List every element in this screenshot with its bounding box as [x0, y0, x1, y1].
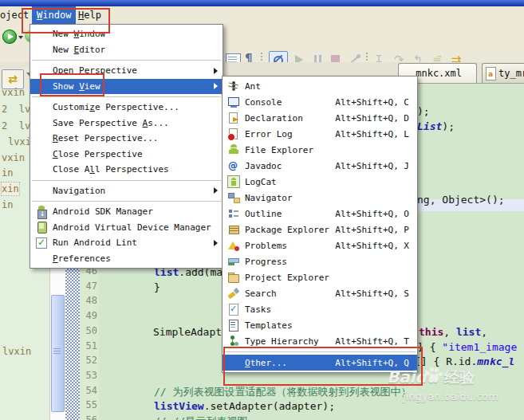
- code-segment: );: [417, 105, 430, 117]
- menu-item-run-android-lint[interactable]: Run Android Lint: [30, 235, 223, 251]
- menu-separator: [30, 178, 223, 183]
- outline-icon: [227, 207, 240, 220]
- menu-item-label: LogCat: [245, 177, 277, 187]
- menu-item-file-explorer[interactable]: File Explorer: [223, 142, 417, 158]
- menu-accelerator: Alt+Shift+Q, D: [335, 113, 409, 124]
- menu-item-outline[interactable]: OutlineAlt+Shift+Q, O: [223, 206, 417, 222]
- menu-item-android-sdk-manager[interactable]: Android SDK Manager: [30, 204, 223, 220]
- menu-item-reset-perspective[interactable]: Reset Perspective...: [30, 131, 223, 147]
- menu-item-type-hierarchy[interactable]: Type HierarchyAlt+Shift+Q, T: [223, 333, 417, 349]
- submenu-arrow-icon: [214, 240, 218, 246]
- menu-item-spacer: [35, 101, 48, 114]
- menu-item-templates[interactable]: Templates: [223, 317, 417, 333]
- menu-item-search[interactable]: SearchAlt+Shift+Q, S: [223, 285, 417, 301]
- menubar-item-help[interactable]: Help: [73, 6, 106, 24]
- tree-item[interactable]: lvxin: [2, 345, 31, 358]
- menu-item-spacer: [35, 132, 48, 145]
- eclipse-ide-window: oject Window Help ¶ ↧ ↷ ↰ ≡⃗ ⇉ _mnkc.xml…: [0, 0, 524, 420]
- menu-item-logcat[interactable]: LogCat: [223, 174, 417, 190]
- menu-item-new-window[interactable]: New Window: [30, 26, 223, 42]
- menu-item-label: Declaration: [245, 113, 303, 124]
- menu-item-console[interactable]: ConsoleAlt+Shift+Q, C: [223, 94, 417, 110]
- line-number: 52: [80, 355, 97, 366]
- menu-item-preferences[interactable]: Preferences: [30, 251, 223, 267]
- menu-accelerator: Alt+Shift+Q, P: [335, 225, 409, 235]
- code-segment: // //显示列表视图: [154, 415, 247, 420]
- tab-label: ty_mr: [498, 68, 524, 79]
- menu-item-tasks[interactable]: Tasks: [223, 301, 417, 317]
- line-number: 51: [80, 340, 97, 351]
- menubar-item-window[interactable]: Window: [32, 6, 76, 24]
- menu-item-navigation[interactable]: Navigation: [30, 183, 223, 199]
- code-segment: SimpleAdapt: [153, 326, 222, 338]
- menu-item-spacer: [35, 28, 48, 41]
- menu-item-progress[interactable]: Progress: [223, 253, 417, 269]
- editor-tab-ty-mr[interactable]: ty_mr: [482, 63, 524, 83]
- menu-item-problems[interactable]: ProblemsAlt+Shift+Q, X: [223, 237, 417, 253]
- menu-item-navigator[interactable]: Navigator: [223, 190, 417, 206]
- menu-item-other[interactable]: Other...Alt+Shift+Q, Q: [223, 355, 417, 371]
- menu-accelerator: Alt+Shift+Q, C: [335, 97, 409, 108]
- menu-item-new-editor[interactable]: New Editor: [30, 42, 223, 58]
- menubar-help-label: Help: [78, 10, 101, 21]
- window-menu-dropdown: New WindowNew EditorOpen PerspectiveShow…: [30, 24, 223, 269]
- menu-item-label: Close All Perspectives: [53, 164, 169, 175]
- menu-item-label: Error Log: [245, 129, 293, 139]
- menu-item-android-virtual-device-manager[interactable]: Android Virtual Device Manager: [30, 220, 223, 236]
- menu-item-ant[interactable]: Ant: [223, 78, 417, 94]
- menu-item-open-perspective[interactable]: Open Perspective: [30, 63, 223, 79]
- menu-item-spacer: [227, 356, 240, 369]
- run-icon[interactable]: [2, 29, 17, 44]
- line-number: 54: [80, 385, 97, 396]
- menu-item-label: Ant: [245, 81, 261, 92]
- code-segment: ng, Object>();: [417, 194, 505, 206]
- tree-item[interactable]: in: [2, 198, 13, 211]
- menu-accelerator: Alt+Shift+Q, S: [335, 289, 409, 299]
- navigator-icon: [227, 191, 240, 204]
- menu-item-label: Run Android Lint: [53, 237, 137, 248]
- menu-item-package-explorer[interactable]: Package ExplorerAlt+Shift+Q, P: [223, 222, 417, 237]
- line-number: 49: [80, 310, 97, 321]
- code-line: }: [154, 281, 160, 295]
- menu-accelerator: Alt+Shift+Q, J: [335, 161, 409, 171]
- menu-item-label: Progress: [245, 257, 287, 267]
- menu-separator: [30, 57, 223, 63]
- menu-item-label: Navigator: [245, 193, 293, 203]
- menu-item-spacer: [35, 116, 48, 129]
- menu-item-show-view[interactable]: Show View: [30, 79, 223, 95]
- code-segment: ,: [481, 326, 487, 338]
- run-dropdown-caret-icon[interactable]: [18, 36, 23, 39]
- menu-item-label: Package Explorer: [245, 225, 329, 235]
- vertical-scrollbar-thumb[interactable]: [51, 295, 65, 412]
- menu-item-customize-perspective[interactable]: Customize Perspective...: [30, 100, 223, 116]
- tree-item[interactable]: vxin: [2, 86, 25, 99]
- menu-item-error-log[interactable]: Error LogAlt+Shift+Q, L: [223, 126, 417, 142]
- menu-item-save-perspective-as[interactable]: Save Perspective As...: [30, 116, 223, 131]
- menu-item-label: Customize Perspective...: [53, 102, 179, 112]
- menu-item-label: Android Virtual Device Manager: [53, 222, 211, 233]
- menu-item-label: New Editor: [53, 45, 105, 55]
- menubar-window-label: Window: [37, 10, 71, 21]
- code-segment: "item1_image: [442, 341, 517, 353]
- menu-separator: [223, 349, 417, 355]
- logcat-icon: [227, 175, 240, 188]
- code-line: [] { R.id.mnkc_l: [415, 355, 514, 369]
- menu-item-spacer: [35, 163, 48, 176]
- menu-item-label: Reset Perspective...: [53, 133, 158, 143]
- tree-item[interactable]: vxin: [2, 151, 25, 164]
- menu-item-declaration[interactable]: DeclarationAlt+Shift+Q, D: [223, 110, 417, 126]
- menu-item-close-perspective[interactable]: Close Perspective: [30, 147, 223, 163]
- menu-item-project-explorer[interactable]: Project Explorer: [223, 269, 417, 285]
- menu-item-label: Outline: [245, 209, 282, 219]
- menu-item-close-all-perspectives[interactable]: Close All Perspectives: [30, 162, 223, 178]
- menu-item-label: Problems: [245, 241, 287, 251]
- menu-item-label: Console: [245, 97, 282, 108]
- code-segment: ] {: [417, 341, 442, 353]
- menubar-item-project-partial[interactable]: oject: [0, 6, 33, 24]
- menu-item-javadoc[interactable]: JavadocAlt+Shift+Q, J: [223, 158, 417, 174]
- line-number: 55: [80, 399, 97, 410]
- code-line: // //显示列表视图: [154, 414, 247, 420]
- tree-item[interactable]: xin: [2, 183, 19, 195]
- code-line: listView.setAdapter(adapter);: [154, 399, 335, 414]
- tree-item[interactable]: in: [2, 167, 13, 179]
